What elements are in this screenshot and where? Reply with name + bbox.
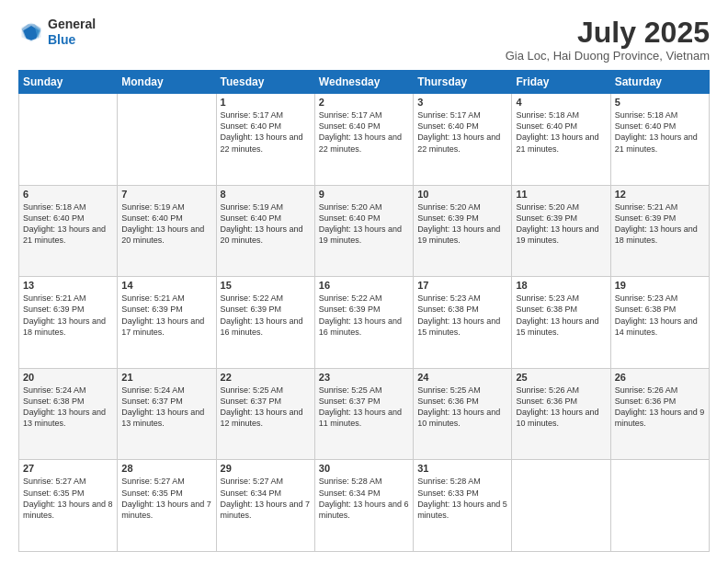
- calendar-day-header: Saturday: [610, 71, 709, 94]
- calendar-cell: 27Sunrise: 5:27 AM Sunset: 6:35 PM Dayli…: [19, 460, 118, 552]
- logo: General Blue: [18, 17, 96, 48]
- calendar-cell: 21Sunrise: 5:24 AM Sunset: 6:37 PM Dayli…: [118, 368, 216, 460]
- day-content: Sunrise: 5:21 AM Sunset: 6:39 PM Dayligh…: [615, 201, 705, 247]
- logo-blue: Blue: [48, 32, 96, 48]
- day-content: Sunrise: 5:18 AM Sunset: 6:40 PM Dayligh…: [615, 109, 705, 155]
- calendar-cell: 19Sunrise: 5:23 AM Sunset: 6:38 PM Dayli…: [610, 277, 709, 369]
- day-content: Sunrise: 5:27 AM Sunset: 6:35 PM Dayligh…: [121, 476, 211, 521]
- day-number: 10: [417, 189, 507, 200]
- title-block: July 2025 Gia Loc, Hai Duong Province, V…: [506, 17, 710, 63]
- day-content: Sunrise: 5:25 AM Sunset: 6:37 PM Dayligh…: [319, 385, 409, 430]
- logo-text: General Blue: [48, 17, 96, 48]
- day-number: 23: [319, 372, 409, 383]
- day-number: 27: [23, 463, 113, 474]
- calendar-cell: 7Sunrise: 5:19 AM Sunset: 6:40 PM Daylig…: [118, 185, 216, 277]
- calendar-day-header: Sunday: [19, 71, 118, 94]
- day-content: Sunrise: 5:18 AM Sunset: 6:40 PM Dayligh…: [23, 201, 113, 247]
- calendar-cell: 6Sunrise: 5:18 AM Sunset: 6:40 PM Daylig…: [19, 185, 118, 277]
- day-number: 29: [221, 463, 311, 474]
- day-number: 25: [516, 372, 606, 383]
- calendar-cell: 14Sunrise: 5:21 AM Sunset: 6:39 PM Dayli…: [118, 277, 216, 369]
- day-content: Sunrise: 5:18 AM Sunset: 6:40 PM Dayligh…: [516, 109, 606, 155]
- calendar-cell: 10Sunrise: 5:20 AM Sunset: 6:39 PM Dayli…: [414, 185, 512, 277]
- day-number: 24: [417, 372, 507, 383]
- calendar-cell: 15Sunrise: 5:22 AM Sunset: 6:39 PM Dayli…: [216, 277, 314, 369]
- day-number: 22: [221, 372, 311, 383]
- day-content: Sunrise: 5:24 AM Sunset: 6:37 PM Dayligh…: [121, 385, 211, 430]
- calendar-cell: 20Sunrise: 5:24 AM Sunset: 6:38 PM Dayli…: [19, 368, 118, 460]
- day-content: Sunrise: 5:20 AM Sunset: 6:39 PM Dayligh…: [516, 201, 606, 247]
- calendar-cell: 12Sunrise: 5:21 AM Sunset: 6:39 PM Dayli…: [610, 185, 709, 277]
- calendar-cell: 4Sunrise: 5:18 AM Sunset: 6:40 PM Daylig…: [512, 94, 610, 186]
- calendar-cell: 26Sunrise: 5:26 AM Sunset: 6:36 PM Dayli…: [610, 368, 709, 460]
- day-number: 15: [221, 280, 311, 291]
- day-content: Sunrise: 5:23 AM Sunset: 6:38 PM Dayligh…: [417, 293, 507, 338]
- calendar-cell: 25Sunrise: 5:26 AM Sunset: 6:36 PM Dayli…: [512, 368, 610, 460]
- calendar-cell: 16Sunrise: 5:22 AM Sunset: 6:39 PM Dayli…: [314, 277, 413, 369]
- day-content: Sunrise: 5:25 AM Sunset: 6:37 PM Dayligh…: [221, 385, 311, 430]
- day-content: Sunrise: 5:20 AM Sunset: 6:40 PM Dayligh…: [319, 201, 409, 247]
- calendar-cell: 13Sunrise: 5:21 AM Sunset: 6:39 PM Dayli…: [19, 277, 118, 369]
- day-number: 19: [615, 280, 705, 291]
- calendar-week-row: 1Sunrise: 5:17 AM Sunset: 6:40 PM Daylig…: [19, 94, 710, 186]
- calendar-cell: 8Sunrise: 5:19 AM Sunset: 6:40 PM Daylig…: [216, 185, 314, 277]
- day-number: 18: [516, 280, 606, 291]
- calendar-day-header: Wednesday: [314, 71, 413, 94]
- page: General Blue July 2025 Gia Loc, Hai Duon…: [0, 0, 728, 563]
- day-content: Sunrise: 5:26 AM Sunset: 6:36 PM Dayligh…: [615, 385, 705, 430]
- calendar-cell: [118, 94, 216, 186]
- day-number: 26: [615, 372, 705, 383]
- day-number: 6: [23, 189, 113, 200]
- calendar-week-row: 27Sunrise: 5:27 AM Sunset: 6:35 PM Dayli…: [19, 460, 710, 552]
- calendar-cell: 23Sunrise: 5:25 AM Sunset: 6:37 PM Dayli…: [314, 368, 413, 460]
- day-number: 4: [516, 97, 606, 108]
- day-content: Sunrise: 5:28 AM Sunset: 6:34 PM Dayligh…: [319, 476, 409, 521]
- day-number: 20: [23, 372, 113, 383]
- day-content: Sunrise: 5:22 AM Sunset: 6:39 PM Dayligh…: [221, 293, 311, 338]
- header: General Blue July 2025 Gia Loc, Hai Duon…: [18, 17, 710, 63]
- calendar-week-row: 20Sunrise: 5:24 AM Sunset: 6:38 PM Dayli…: [19, 368, 710, 460]
- day-number: 28: [121, 463, 211, 474]
- calendar-cell: 17Sunrise: 5:23 AM Sunset: 6:38 PM Dayli…: [414, 277, 512, 369]
- day-number: 21: [121, 372, 211, 383]
- calendar-cell: 30Sunrise: 5:28 AM Sunset: 6:34 PM Dayli…: [314, 460, 413, 552]
- calendar-cell: 11Sunrise: 5:20 AM Sunset: 6:39 PM Dayli…: [512, 185, 610, 277]
- day-content: Sunrise: 5:19 AM Sunset: 6:40 PM Dayligh…: [121, 201, 211, 247]
- calendar-day-header: Friday: [512, 71, 610, 94]
- calendar-cell: 3Sunrise: 5:17 AM Sunset: 6:40 PM Daylig…: [414, 94, 512, 186]
- day-number: 16: [319, 280, 409, 291]
- day-number: 11: [516, 189, 606, 200]
- calendar-day-header: Monday: [118, 71, 216, 94]
- day-content: Sunrise: 5:27 AM Sunset: 6:34 PM Dayligh…: [221, 476, 311, 521]
- calendar-cell: 29Sunrise: 5:27 AM Sunset: 6:34 PM Dayli…: [216, 460, 314, 552]
- day-content: Sunrise: 5:17 AM Sunset: 6:40 PM Dayligh…: [221, 109, 311, 155]
- calendar-cell: 1Sunrise: 5:17 AM Sunset: 6:40 PM Daylig…: [216, 94, 314, 186]
- day-number: 13: [23, 280, 113, 291]
- logo-general: General: [48, 17, 96, 32]
- day-content: Sunrise: 5:27 AM Sunset: 6:35 PM Dayligh…: [23, 476, 113, 521]
- calendar-cell: 28Sunrise: 5:27 AM Sunset: 6:35 PM Dayli…: [118, 460, 216, 552]
- day-content: Sunrise: 5:17 AM Sunset: 6:40 PM Dayligh…: [319, 109, 409, 155]
- day-number: 3: [417, 97, 507, 108]
- day-number: 2: [319, 97, 409, 108]
- calendar-cell: 9Sunrise: 5:20 AM Sunset: 6:40 PM Daylig…: [314, 185, 413, 277]
- day-content: Sunrise: 5:19 AM Sunset: 6:40 PM Dayligh…: [221, 201, 311, 247]
- day-number: 7: [121, 189, 211, 200]
- calendar-cell: [610, 460, 709, 552]
- day-content: Sunrise: 5:21 AM Sunset: 6:39 PM Dayligh…: [121, 293, 211, 338]
- day-number: 14: [121, 280, 211, 291]
- calendar-day-header: Thursday: [414, 71, 512, 94]
- day-number: 31: [417, 463, 507, 474]
- calendar-cell: 31Sunrise: 5:28 AM Sunset: 6:33 PM Dayli…: [414, 460, 512, 552]
- calendar-header-row: SundayMondayTuesdayWednesdayThursdayFrid…: [19, 71, 710, 94]
- day-content: Sunrise: 5:24 AM Sunset: 6:38 PM Dayligh…: [23, 385, 113, 430]
- day-number: 30: [319, 463, 409, 474]
- calendar-cell: 22Sunrise: 5:25 AM Sunset: 6:37 PM Dayli…: [216, 368, 314, 460]
- calendar-cell: 2Sunrise: 5:17 AM Sunset: 6:40 PM Daylig…: [314, 94, 413, 186]
- calendar-cell: 5Sunrise: 5:18 AM Sunset: 6:40 PM Daylig…: [610, 94, 709, 186]
- day-content: Sunrise: 5:23 AM Sunset: 6:38 PM Dayligh…: [615, 293, 705, 338]
- calendar-week-row: 6Sunrise: 5:18 AM Sunset: 6:40 PM Daylig…: [19, 185, 710, 277]
- month-title: July 2025: [506, 17, 710, 49]
- day-number: 9: [319, 189, 409, 200]
- day-content: Sunrise: 5:21 AM Sunset: 6:39 PM Dayligh…: [23, 293, 113, 338]
